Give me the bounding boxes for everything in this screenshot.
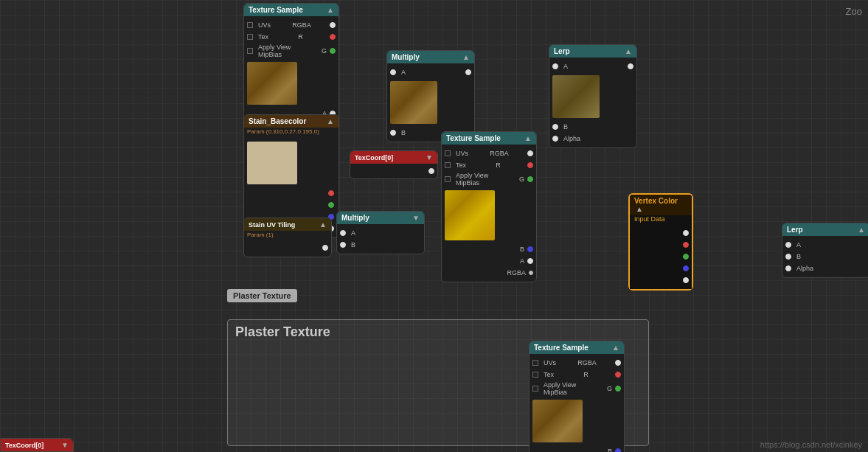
texture-sample-3-header: Texture Sample ▲ — [530, 341, 624, 354]
lerp-1-header: Lerp ▲ — [549, 45, 636, 58]
texture-sample-2-header: Texture Sample ▲ — [442, 132, 536, 145]
stain-uv-header: Stain UV Tiling ▲ — [244, 218, 331, 231]
lerp-node-1: Lerp ▲ A B Alpha — [549, 44, 637, 148]
texture-preview-2 — [445, 190, 495, 240]
comment-tooltip: Plaster Texture — [227, 289, 297, 302]
texture-sample-node-2: Texture Sample ▲ UVs RGBA Tex R Apply Vi… — [441, 131, 537, 282]
texcoord-header: TexCoord[0] ▼ — [350, 151, 437, 164]
blog-url: https://blog.csdn.net/xcinkey — [760, 440, 862, 449]
lerp-2-header: Lerp ▲ — [782, 223, 868, 236]
stain-uv-tiling-node: Stain UV Tiling ▲ Param (1) — [243, 218, 332, 257]
multiply-node-1: Multiply ▲ A B — [386, 50, 475, 142]
texture-sample-node-3: Texture Sample ▲ UVs RGBA Tex R Apply Vi… — [529, 341, 625, 452]
stain-basecolor-param: Param (0.310,0.27,0.195,0) — [244, 128, 338, 136]
lerp-preview-1 — [552, 75, 600, 118]
texture-preview-1 — [247, 62, 297, 105]
multiply-1-header: Multiply ▲ — [387, 51, 474, 63]
lerp-node-2: Lerp ▲ A B Alpha — [782, 223, 868, 278]
vertex-color-node: Vertex Color ▲ Input Data — [628, 193, 693, 291]
texcoord-bottom-header: TexCoord[0] ▼ — [1, 439, 73, 451]
texture-preview-3 — [532, 400, 583, 442]
texture-sample-1-header: Texture Sample ▲ — [244, 4, 338, 16]
vertex-color-header: Vertex Color ▲ — [630, 195, 692, 215]
texcoord-bottom-node: TexCoord[0] ▼ — [0, 438, 74, 452]
multiply-preview-1 — [390, 81, 437, 124]
collapse-arrow-1[interactable]: ▲ — [327, 6, 334, 14]
texcoord-node: TexCoord[0] ▼ — [350, 150, 438, 179]
multiply-node-2: Multiply ▼ A B — [336, 211, 425, 254]
plaster-texture-group: Plaster Texture Texture Sample ▲ UVs RGB… — [227, 319, 649, 446]
multiply-2-header: Multiply ▼ — [337, 212, 424, 224]
zoom-label: Zoo — [846, 6, 862, 17]
stain-basecolor-header: Stain_Basecolor ▲ — [244, 115, 338, 128]
stain-basecolor-preview — [247, 142, 297, 184]
stain-uv-param: Param (1) — [244, 231, 331, 239]
